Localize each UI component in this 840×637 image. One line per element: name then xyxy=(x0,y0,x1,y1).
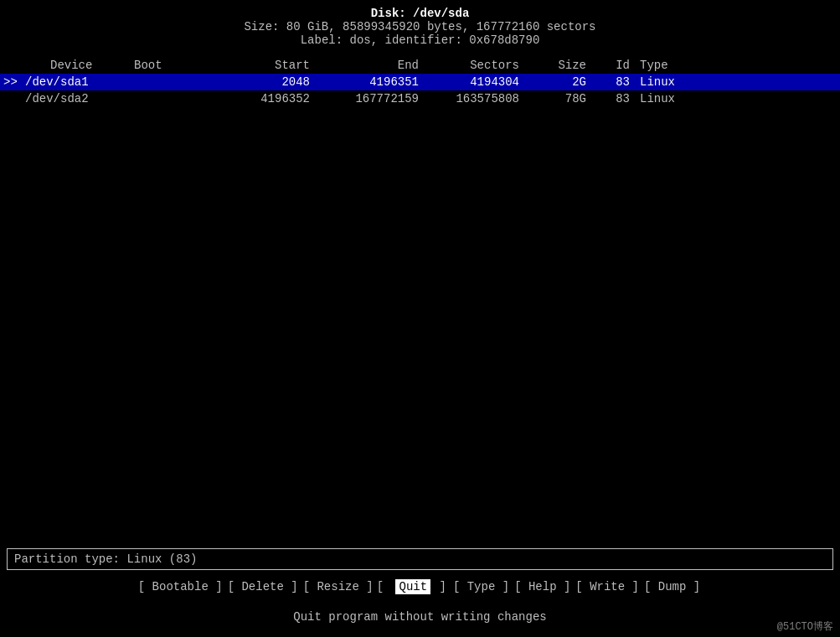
row-sectors: 4194304 xyxy=(435,75,536,89)
row-device: /dev/sda1 xyxy=(25,75,134,89)
row-size: 2G xyxy=(536,75,603,89)
row-arrow: >> xyxy=(0,75,25,89)
col-header-boot: Boot xyxy=(134,59,218,72)
table-header-row: Device Boot Start End Sectors Size Id Ty… xyxy=(0,57,840,74)
menu-item[interactable]: [ Type ] xyxy=(453,580,509,593)
menu-item[interactable]: [ Write ] xyxy=(575,580,639,593)
row-device: /dev/sda2 xyxy=(25,92,134,105)
row-id: 83 xyxy=(603,92,636,105)
disk-title: Disk: /dev/sda xyxy=(0,7,840,20)
col-header-arrow xyxy=(0,59,25,72)
menu-items-container: [ Bootable ][ Delete ][ Resize ][ Quit ]… xyxy=(137,580,703,593)
col-header-device: Device xyxy=(25,59,134,72)
row-sectors: 163575808 xyxy=(435,92,536,105)
row-arrow xyxy=(0,92,25,105)
row-end: 167772159 xyxy=(327,92,435,105)
menu-item-wrapper-end: ] xyxy=(432,580,446,593)
disk-size-line: Size: 80 GiB, 85899345920 bytes, 1677721… xyxy=(0,20,840,33)
col-header-sectors: Sectors xyxy=(435,59,536,72)
row-type: Linux xyxy=(636,75,720,89)
status-text: Partition type: Linux (83) xyxy=(14,552,197,566)
col-header-id: Id xyxy=(603,59,636,72)
menu-item[interactable]: Quit xyxy=(395,579,430,594)
row-start: 4196352 xyxy=(218,92,327,105)
menu-item[interactable]: [ Delete ] xyxy=(228,580,298,593)
col-header-start: Start xyxy=(218,59,327,72)
col-header-end: End xyxy=(327,59,435,72)
row-boot xyxy=(134,92,218,105)
row-start: 2048 xyxy=(218,75,327,89)
row-size: 78G xyxy=(536,92,603,105)
watermark: @51CTO博客 xyxy=(777,619,833,634)
disk-header: Disk: /dev/sda Size: 80 GiB, 85899345920… xyxy=(0,0,840,50)
menu-bar: [ Bootable ][ Delete ][ Resize ][ Quit ]… xyxy=(0,577,840,597)
col-header-size: Size xyxy=(536,59,603,72)
row-end: 4196351 xyxy=(327,75,435,89)
row-id: 83 xyxy=(603,75,636,89)
partition-table: Device Boot Start End Sectors Size Id Ty… xyxy=(0,57,840,107)
row-boot xyxy=(134,75,218,89)
menu-item[interactable]: [ Bootable ] xyxy=(138,580,223,593)
menu-item[interactable]: [ Resize ] xyxy=(303,580,374,593)
disk-label-line: Label: dos, identifier: 0x678d8790 xyxy=(0,33,840,47)
terminal: Disk: /dev/sda Size: 80 GiB, 85899345920… xyxy=(0,0,840,637)
row-type: Linux xyxy=(636,92,720,105)
table-row[interactable]: /dev/sda2 4196352 167772159 163575808 78… xyxy=(0,90,840,107)
table-row[interactable]: >> /dev/sda1 2048 4196351 4194304 2G 83 … xyxy=(0,74,840,90)
help-text: Quit program without writing changes xyxy=(0,610,840,624)
menu-item-wrapper: [ xyxy=(377,580,391,593)
col-header-type: Type xyxy=(636,59,720,72)
menu-item[interactable]: [ Dump ] xyxy=(644,580,700,593)
menu-item[interactable]: [ Help ] xyxy=(514,580,570,593)
status-bar: Partition type: Linux (83) xyxy=(7,548,833,570)
table-body: >> /dev/sda1 2048 4196351 4194304 2G 83 … xyxy=(0,74,840,107)
